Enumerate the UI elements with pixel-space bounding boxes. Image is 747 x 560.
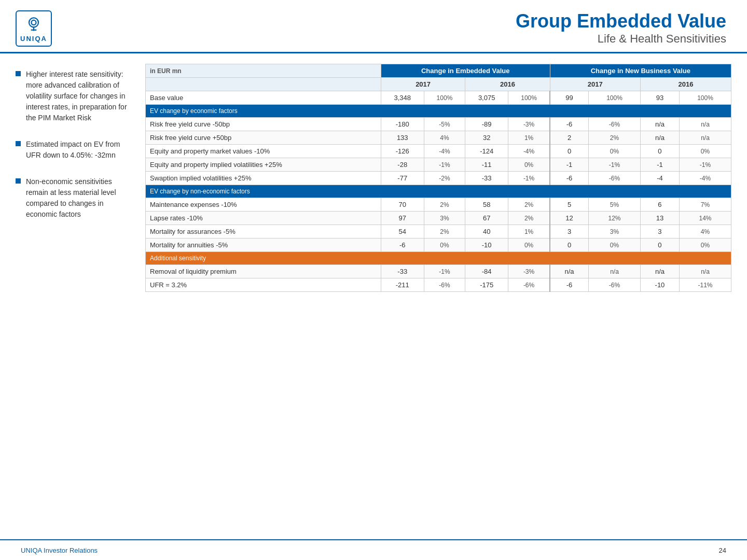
bullet-text-3: Non-economic sensitivities remain at les… [26, 176, 135, 220]
year-2016-ev: 2016 [465, 78, 550, 91]
cell-2-7: n/a [679, 118, 731, 131]
cell-0-0: 3,348 [381, 91, 424, 105]
cell-6-3: -1% [508, 172, 550, 185]
data-row-9: Lapse rates -10%973%672%1212%1314% [146, 212, 731, 225]
row-label: Equity and property implied volatilities… [146, 158, 381, 172]
cell-9-0: 97 [381, 212, 424, 225]
cell-5-1: -1% [424, 158, 465, 172]
cell-11-6: 0 [640, 239, 679, 252]
cell-10-6: 3 [640, 225, 679, 239]
logo-box: UNIQA [16, 10, 52, 47]
cell-8-7: 7% [679, 198, 731, 212]
cell-8-4: 5 [550, 198, 589, 212]
cell-14-7: -11% [679, 278, 731, 292]
row-label: Removal of liquidity premium [146, 265, 381, 278]
cell-14-3: -6% [508, 278, 550, 292]
section-row-1: EV change by economic factors [146, 105, 731, 118]
cell-11-5: 0% [589, 239, 641, 252]
uniqa-logo-icon [24, 15, 43, 34]
cell-0-6: 93 [640, 91, 679, 105]
cell-13-1: -1% [424, 265, 465, 278]
cell-2-3: -3% [508, 118, 550, 131]
row-label: Base value [146, 91, 381, 105]
data-row-13: Removal of liquidity premium-33-1%-84-3%… [146, 265, 731, 278]
row-label: Mortality for assurances -5% [146, 225, 381, 239]
row-label: Swaption implied volatilities +25% [146, 172, 381, 185]
cell-9-4: 12 [550, 212, 589, 225]
cell-0-7: 100% [679, 91, 731, 105]
cell-4-7: 0% [679, 145, 731, 158]
data-row-11: Mortality for annuities -5%-60%-100%00%0… [146, 239, 731, 252]
page-header: UNIQA Group Embedded Value Life & Health… [0, 0, 747, 53]
bullet-item-1: Higher interest rate sensitivity: more a… [16, 69, 135, 123]
cell-10-0: 54 [381, 225, 424, 239]
cell-13-2: -84 [465, 265, 508, 278]
cell-0-4: 99 [550, 91, 589, 105]
table-area: in EUR mn Change in Embedded Value Chang… [145, 64, 731, 515]
data-row-14: UFR = 3.2%-211-6%-175-6%-6-6%-10-11% [146, 278, 731, 292]
cell-14-2: -175 [465, 278, 508, 292]
cell-14-4: -6 [550, 278, 589, 292]
cell-13-5: n/a [589, 265, 641, 278]
cell-6-6: -4 [640, 172, 679, 185]
cell-9-5: 12% [589, 212, 641, 225]
footer-page: 24 [719, 547, 726, 554]
empty-header [146, 78, 381, 91]
cell-6-5: -6% [589, 172, 641, 185]
bullet-icon-1 [16, 71, 21, 76]
svg-point-0 [29, 18, 38, 27]
data-row-6: Swaption implied volatilities +25%-77-2%… [146, 172, 731, 185]
cell-6-7: -4% [679, 172, 731, 185]
cell-2-2: -89 [465, 118, 508, 131]
cell-4-2: -124 [465, 145, 508, 158]
cell-5-6: -1 [640, 158, 679, 172]
header-titles: Group Embedded Value Life & Health Sensi… [516, 10, 726, 46]
cell-14-1: -6% [424, 278, 465, 292]
sub-title: Life & Health Sensitivities [516, 32, 726, 46]
cell-8-5: 5% [589, 198, 641, 212]
bullet-icon-2 [16, 141, 21, 146]
cell-11-3: 0% [508, 239, 550, 252]
cell-10-5: 3% [589, 225, 641, 239]
cell-5-0: -28 [381, 158, 424, 172]
cell-2-6: n/a [640, 118, 679, 131]
cell-8-3: 2% [508, 198, 550, 212]
row-label: Lapse rates -10% [146, 212, 381, 225]
cell-4-0: -126 [381, 145, 424, 158]
cell-11-7: 0% [679, 239, 731, 252]
data-row-3: Risk free yield curve +50bp1334%321%22%n… [146, 131, 731, 145]
col-group-new-business: Change in New Business Value [550, 64, 731, 78]
row-label: Risk free yield curve +50bp [146, 131, 381, 145]
cell-4-3: -4% [508, 145, 550, 158]
cell-2-1: -5% [424, 118, 465, 131]
section-row-orange-12: Additional sensitivity [146, 252, 731, 265]
cell-10-2: 40 [465, 225, 508, 239]
cell-5-7: -1% [679, 158, 731, 172]
row-label: Risk free yield curve -50bp [146, 118, 381, 131]
bullet-icon-3 [16, 178, 21, 184]
base-value-row: Base value3,348100%3,075100%99100%93100% [146, 91, 731, 105]
logo-text: UNIQA [20, 35, 47, 43]
sensitivity-table: in EUR mn Change in Embedded Value Chang… [145, 64, 731, 292]
cell-11-1: 0% [424, 239, 465, 252]
cell-4-4: 0 [550, 145, 589, 158]
bullet-text-1: Higher interest rate sensitivity: more a… [26, 69, 135, 123]
svg-point-1 [32, 20, 36, 24]
cell-3-4: 2 [550, 131, 589, 145]
cell-11-0: -6 [381, 239, 424, 252]
cell-9-7: 14% [679, 212, 731, 225]
cell-3-7: n/a [679, 131, 731, 145]
cell-13-3: -3% [508, 265, 550, 278]
data-row-8: Maintenance expenses -10%702%582%55%67% [146, 198, 731, 212]
cell-11-2: -10 [465, 239, 508, 252]
cell-3-6: n/a [640, 131, 679, 145]
cell-4-6: 0 [640, 145, 679, 158]
cell-6-1: -2% [424, 172, 465, 185]
logo-area: UNIQA [16, 10, 52, 47]
main-title: Group Embedded Value [516, 10, 726, 32]
data-row-10: Mortality for assurances -5%542%401%33%3… [146, 225, 731, 239]
cell-3-3: 1% [508, 131, 550, 145]
year-2017-nbv: 2017 [550, 78, 640, 91]
cell-13-4: n/a [550, 265, 589, 278]
cell-0-2: 3,075 [465, 91, 508, 105]
